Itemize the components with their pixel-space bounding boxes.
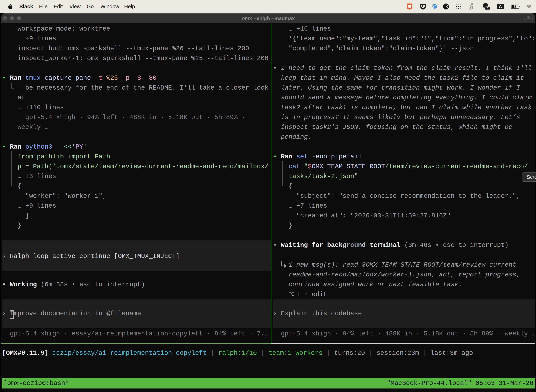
svg-text:..61: ..61 xyxy=(485,7,490,10)
svg-text:A: A xyxy=(499,4,502,9)
